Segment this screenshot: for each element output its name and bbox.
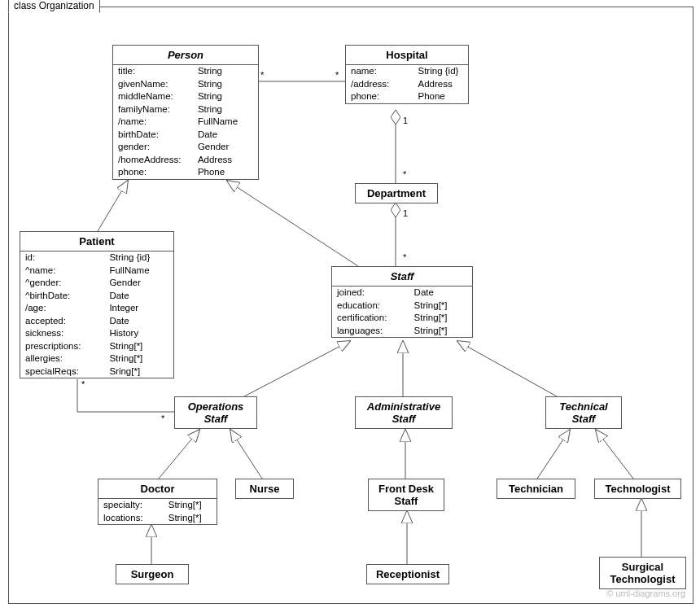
class-title: Person <box>113 46 258 65</box>
class-title: Front Desk Staff <box>369 479 444 510</box>
class-attrs-staff: joined:Dateeducation:String[*]certificat… <box>332 287 472 337</box>
class-title: Hospital <box>346 46 468 65</box>
class-attrs-patient: id:String {id}^name:FullName^gender:Gend… <box>20 252 173 378</box>
class-title: Administrative Staff <box>356 397 452 428</box>
class-person: Person title:StringgivenName:Stringmiddl… <box>112 45 259 180</box>
mult-hosp-dept-top: 1 <box>403 116 408 125</box>
class-operations-staff: Operations Staff <box>174 396 257 429</box>
class-technologist: Technologist <box>594 479 681 499</box>
class-title: Patient <box>20 232 173 252</box>
class-title: Operations Staff <box>175 397 256 428</box>
class-title: Doctor <box>98 479 217 499</box>
class-title: Technologist <box>595 479 680 498</box>
mult-patient-ops-right: * <box>161 413 164 423</box>
class-staff: Staff joined:Dateeducation:String[*]cert… <box>331 266 473 338</box>
class-surgical-technologist: Surgical Technologist <box>599 557 686 589</box>
watermark: © uml-diagrams.org <box>606 588 685 598</box>
class-department: Department <box>355 183 438 203</box>
class-title: Staff <box>332 267 472 287</box>
mult-hosp-dept-bottom: * <box>403 169 406 179</box>
mult-dept-staff-bottom: * <box>403 252 406 262</box>
class-doctor: Doctor specialty:String[*]locations:Stri… <box>98 479 217 525</box>
class-attrs-hospital: name:String {id}/address:Addressphone:Ph… <box>346 65 468 103</box>
class-receptionist: Receptionist <box>366 564 449 584</box>
class-title: Technical Staff <box>546 397 621 428</box>
class-attrs-person: title:StringgivenName:StringmiddleName:S… <box>113 65 258 179</box>
class-patient: Patient id:String {id}^name:FullName^gen… <box>20 231 174 378</box>
class-title: Nurse <box>236 479 293 498</box>
mult-dept-staff-top: 1 <box>403 208 408 218</box>
class-technician: Technician <box>497 479 575 499</box>
class-hospital: Hospital name:String {id}/address:Addres… <box>345 45 469 104</box>
class-title: Department <box>356 184 437 203</box>
class-title: Receptionist <box>367 565 448 584</box>
class-title: Technician <box>497 479 575 498</box>
class-title: Surgical Technologist <box>600 558 685 588</box>
class-front-desk-staff: Front Desk Staff <box>368 479 444 511</box>
class-attrs-doctor: specialty:String[*]locations:String[*] <box>98 499 217 524</box>
mult-patient-ops-left: * <box>81 379 85 389</box>
mult-person-hospital-left: * <box>260 70 264 80</box>
class-technical-staff: Technical Staff <box>545 396 622 429</box>
mult-person-hospital-right: * <box>335 70 339 80</box>
class-administrative-staff: Administrative Staff <box>355 396 453 429</box>
frame-label: class Organization <box>8 0 100 13</box>
class-surgeon: Surgeon <box>116 564 189 584</box>
class-nurse: Nurse <box>235 479 294 499</box>
class-title: Surgeon <box>116 565 188 584</box>
